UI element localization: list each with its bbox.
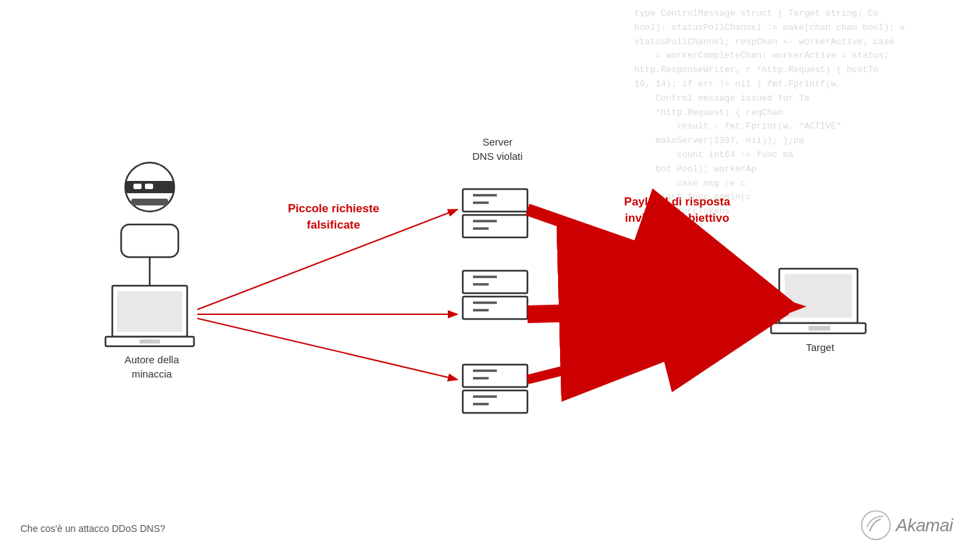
svg-rect-5 bbox=[105, 337, 194, 346]
svg-rect-34 bbox=[771, 323, 866, 333]
svg-rect-29 bbox=[463, 390, 527, 413]
svg-point-9 bbox=[125, 163, 174, 212]
svg-rect-23 bbox=[463, 297, 527, 319]
svg-rect-17 bbox=[463, 215, 527, 237]
svg-line-38 bbox=[197, 318, 457, 380]
svg-rect-33 bbox=[785, 274, 852, 318]
svg-rect-14 bbox=[463, 189, 527, 212]
attacker-label: Autore dellaminaccia bbox=[108, 352, 196, 381]
svg-rect-3 bbox=[112, 286, 187, 337]
dns-server-label: ServerDNS violati bbox=[443, 135, 552, 163]
svg-point-42 bbox=[862, 511, 890, 539]
svg-rect-20 bbox=[463, 271, 527, 293]
svg-line-41 bbox=[527, 318, 771, 380]
akamai-logo: Akamai bbox=[860, 510, 953, 541]
target-label: Target bbox=[776, 340, 864, 354]
svg-rect-10 bbox=[125, 181, 174, 193]
footer-text: Che cos'è un attacco DDoS DNS? bbox=[20, 523, 165, 534]
svg-rect-4 bbox=[117, 291, 182, 332]
svg-rect-32 bbox=[779, 269, 858, 323]
payload-label: Payload di rispostainviato all'obiettivo bbox=[585, 194, 769, 227]
svg-line-40 bbox=[527, 307, 771, 314]
svg-rect-35 bbox=[808, 326, 830, 331]
svg-rect-12 bbox=[145, 184, 153, 189]
svg-rect-11 bbox=[133, 184, 142, 189]
svg-rect-8 bbox=[121, 224, 178, 257]
akamai-brand-text: Akamai bbox=[896, 515, 953, 536]
svg-rect-6 bbox=[140, 339, 160, 344]
small-requests-label: Piccole richiestefalsificate bbox=[252, 201, 415, 233]
akamai-icon bbox=[860, 510, 892, 541]
svg-rect-26 bbox=[463, 365, 527, 387]
svg-rect-13 bbox=[131, 199, 168, 205]
